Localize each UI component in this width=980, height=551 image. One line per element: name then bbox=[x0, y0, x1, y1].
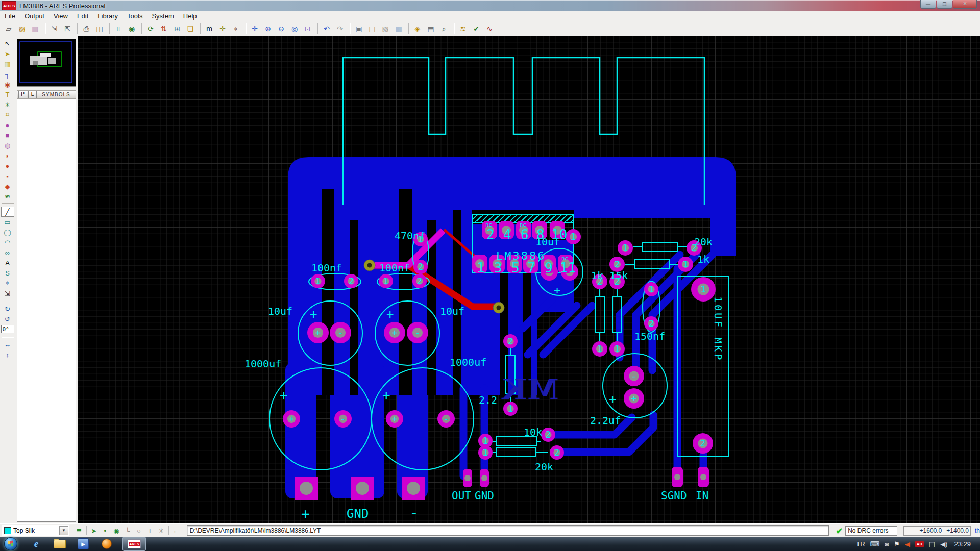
snipping-tray-icon[interactable]: ◙ bbox=[885, 540, 889, 548]
save-layout[interactable]: ▦ bbox=[29, 22, 42, 35]
layer-display[interactable]: ❏ bbox=[184, 22, 197, 35]
ratsnest-filter[interactable]: ✳ bbox=[156, 525, 167, 536]
taskbar-clock[interactable]: 23:29 bbox=[954, 540, 971, 548]
internet-explorer-taskbar-icon[interactable]: e bbox=[30, 538, 43, 549]
network-tray-icon[interactable]: ▤ bbox=[929, 540, 935, 548]
search-tag[interactable]: ⌕ bbox=[437, 22, 451, 35]
plane-right-patch[interactable] bbox=[710, 218, 736, 256]
rotate-cw-button[interactable]: ↻ bbox=[1, 304, 14, 314]
redo[interactable]: ↷ bbox=[333, 22, 347, 35]
grid-toggle[interactable]: ⊞ bbox=[170, 22, 184, 35]
aimp-taskbar-icon[interactable] bbox=[100, 538, 113, 549]
menu-view[interactable]: View bbox=[49, 12, 72, 20]
start-button[interactable] bbox=[4, 537, 17, 550]
world-view[interactable]: ◉ bbox=[125, 22, 138, 35]
set-output-area[interactable]: ◫ bbox=[93, 22, 106, 35]
open-layout[interactable]: ▨ bbox=[15, 22, 29, 35]
ratsnest-tool[interactable]: ✳ bbox=[1, 99, 14, 110]
package-tool[interactable]: ▦ bbox=[1, 59, 14, 69]
block-delete[interactable]: ▥ bbox=[392, 22, 405, 35]
dimension-tool[interactable]: ⇲ bbox=[1, 288, 14, 298]
selection-tool[interactable]: ↖ bbox=[1, 38, 14, 48]
component-tool[interactable]: ➤ bbox=[1, 48, 14, 59]
false-origin[interactable]: ✛ bbox=[216, 22, 229, 35]
connectivity-highlight-tool[interactable]: ⌗ bbox=[1, 110, 14, 120]
menu-help[interactable]: Help bbox=[179, 12, 202, 20]
poly-smt-pad-tool[interactable]: ◆ bbox=[1, 181, 14, 191]
speaker-tray-icon[interactable]: ◀) bbox=[940, 540, 947, 548]
new-layout[interactable]: ▱ bbox=[2, 22, 15, 35]
square-pad-tool[interactable]: ■ bbox=[1, 130, 14, 140]
drc-status-text[interactable]: No DRC errors bbox=[845, 526, 897, 536]
route-mode[interactable]: ⌐ bbox=[170, 525, 182, 536]
menu-edit[interactable]: Edit bbox=[72, 12, 93, 20]
block-move[interactable]: ▤ bbox=[365, 22, 379, 35]
arc-2d-tool[interactable]: ◠ bbox=[1, 237, 14, 247]
media-player-taskbar-icon[interactable]: ▶ bbox=[77, 538, 90, 549]
zoom-area[interactable]: ⊡ bbox=[301, 22, 314, 35]
zoom-in[interactable]: ⊕ bbox=[261, 22, 275, 35]
ati-tray-icon[interactable]: ATI bbox=[915, 541, 924, 547]
menu-tools[interactable]: Tools bbox=[122, 12, 147, 20]
symbol-2d-tool[interactable]: S bbox=[1, 268, 14, 278]
undo[interactable]: ↶ bbox=[320, 22, 333, 35]
via-filter[interactable]: ○ bbox=[133, 525, 144, 536]
import-section[interactable]: ⇲ bbox=[47, 22, 61, 35]
zone-tool[interactable]: T bbox=[1, 89, 14, 99]
metric-toggle[interactable]: m bbox=[203, 22, 216, 35]
block-copy[interactable]: ▣ bbox=[352, 22, 365, 35]
rotate-ccw-button[interactable]: ↺ bbox=[1, 314, 14, 324]
pan[interactable]: ✛ bbox=[248, 22, 261, 35]
language-indicator[interactable]: TR bbox=[856, 540, 865, 548]
rotation-angle-field[interactable]: 0° bbox=[1, 325, 14, 333]
library-button[interactable]: L bbox=[28, 91, 37, 98]
pad-filter[interactable]: ◉ bbox=[111, 525, 122, 536]
trace-filter[interactable]: └ bbox=[122, 525, 133, 536]
menu-output[interactable]: Output bbox=[20, 12, 49, 20]
line-2d-tool[interactable]: ╱ bbox=[1, 207, 14, 217]
pick-button[interactable]: P bbox=[18, 91, 27, 98]
padstack-tool[interactable]: ≋ bbox=[1, 191, 14, 202]
action-center-flag-icon[interactable]: ⚑ bbox=[894, 540, 900, 548]
ares-taskbar-button-active[interactable]: ARES bbox=[122, 537, 146, 551]
file-explorer-taskbar-icon[interactable] bbox=[53, 538, 66, 549]
zoom-all[interactable]: ◎ bbox=[288, 22, 301, 35]
pick-parts[interactable]: ◈ bbox=[411, 22, 424, 35]
edge-pad-tool[interactable]: ◗ bbox=[1, 151, 14, 161]
menu-file[interactable]: File bbox=[0, 12, 20, 20]
flip-board[interactable]: ⇅ bbox=[157, 22, 170, 35]
close-button[interactable]: ✕ bbox=[953, 0, 977, 9]
marker-tool[interactable]: ⌖ bbox=[1, 278, 14, 288]
export-section[interactable]: ⇱ bbox=[61, 22, 74, 35]
combo-dropdown-arrow-icon[interactable]: ▼ bbox=[59, 526, 68, 535]
make-package[interactable]: ⬒ bbox=[424, 22, 437, 35]
block-rotate[interactable]: ▧ bbox=[379, 22, 392, 35]
minimize-button[interactable]: — bbox=[920, 0, 936, 9]
menu-library[interactable]: Library bbox=[93, 12, 122, 20]
pcb-editing-canvas[interactable]: 1212+-+-12+-+-122121211212-+2112121100nf… bbox=[78, 36, 980, 523]
text-2d-tool[interactable]: A bbox=[1, 258, 14, 268]
path-2d-tool[interactable]: ∞ bbox=[1, 247, 14, 258]
volume-mixer-tray-icon[interactable]: ◀ bbox=[905, 540, 910, 548]
auto-router[interactable]: ≋ bbox=[456, 22, 470, 35]
connectivity-check[interactable]: ∿ bbox=[483, 22, 496, 35]
load-netlist[interactable]: ⌗ bbox=[112, 22, 125, 35]
circle-2d-tool[interactable]: ◯ bbox=[1, 227, 14, 237]
pin-filter[interactable]: • bbox=[100, 525, 111, 536]
print-layout[interactable]: ⎙ bbox=[80, 22, 93, 35]
object-selector-list[interactable] bbox=[17, 99, 76, 522]
via-tool[interactable]: ◉ bbox=[1, 79, 14, 89]
round-pad-tool[interactable]: ● bbox=[1, 120, 14, 130]
layer-selector-combo[interactable]: Top Silk ▼ bbox=[2, 525, 69, 536]
layer-stack-filter[interactable]: ≣ bbox=[74, 525, 85, 536]
flip-vertical-button[interactable]: ↕ bbox=[1, 349, 14, 360]
flip-horizontal-button[interactable]: ↔ bbox=[1, 339, 14, 349]
x-cursor[interactable]: ⌖ bbox=[229, 22, 242, 35]
maximize-button[interactable]: ❐ bbox=[937, 0, 952, 9]
redraw[interactable]: ⟳ bbox=[144, 22, 157, 35]
component-filter[interactable]: ➤ bbox=[88, 525, 100, 536]
menu-system[interactable]: System bbox=[147, 12, 178, 20]
zoom-out[interactable]: ⊖ bbox=[275, 22, 288, 35]
rect-smt-pad-tool[interactable]: ▪ bbox=[1, 171, 14, 181]
zone-filter[interactable]: T bbox=[144, 525, 156, 536]
